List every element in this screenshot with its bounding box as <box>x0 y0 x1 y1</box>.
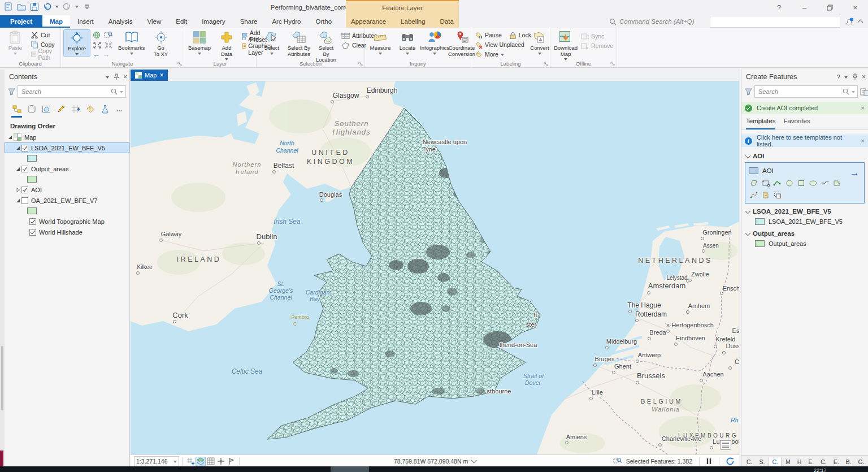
search-options-icon[interactable] <box>120 91 123 93</box>
more-labeling-button[interactable]: More <box>474 50 526 59</box>
expander-icon[interactable] <box>15 145 21 151</box>
snapping-icon[interactable] <box>69 102 82 116</box>
select-by-attributes-button[interactable]: Select By Attributes <box>286 29 312 58</box>
layer-visibility-checkbox[interactable] <box>29 218 36 225</box>
ribbon-tab-view[interactable]: View <box>140 15 169 28</box>
tool-circle-icon[interactable] <box>784 178 794 188</box>
tool-bounding-rectangle-icon[interactable] <box>761 178 770 188</box>
layer-symbol-swatch[interactable] <box>5 153 129 163</box>
offline-launcher-icon[interactable] <box>610 62 615 66</box>
cf-search-input[interactable] <box>757 88 840 96</box>
tool-rectangle-icon[interactable] <box>796 178 806 188</box>
ribbon-tab-project[interactable]: Project <box>0 15 42 28</box>
dock-tab-5[interactable]: E. <box>805 457 817 466</box>
navigate-launcher-icon[interactable] <box>177 62 182 66</box>
north-flag-icon[interactable]: N <box>226 457 236 466</box>
dock-tab-9[interactable]: G. <box>856 457 867 466</box>
help-button[interactable]: ? <box>766 0 792 15</box>
help-icon[interactable]: ? <box>837 70 840 84</box>
ribbon-tab-data[interactable]: Data <box>433 15 461 28</box>
notifications-bell-icon[interactable] <box>845 18 854 26</box>
layer-item-oa-2021-ew-bfe-v7[interactable]: OA_2021_EW_BFE_V7 <box>5 195 129 206</box>
layer-visibility-checkbox[interactable] <box>29 229 36 236</box>
ribbon-tab-ortho[interactable]: Ortho <box>309 15 340 28</box>
tool-line-icon[interactable] <box>772 178 782 188</box>
undo-dropdown-icon[interactable] <box>55 6 59 8</box>
ribbon-tab-arc-hydro[interactable]: Arc Hydro <box>264 15 308 28</box>
tool-freehand-icon[interactable] <box>820 178 830 188</box>
dock-tab-6[interactable]: C. <box>818 457 830 466</box>
layer-item-map[interactable]: Map <box>5 132 129 142</box>
layer-visibility-checkbox[interactable] <box>21 145 28 151</box>
symbology-icon[interactable] <box>98 102 111 116</box>
editing-icon[interactable] <box>54 102 67 116</box>
dock-tab-3[interactable]: M <box>783 457 793 466</box>
full-extent-button[interactable] <box>92 31 115 40</box>
filter-icon[interactable] <box>8 88 15 96</box>
activate-template-arrow-icon[interactable]: → <box>850 167 860 179</box>
drawing-order-icon[interactable] <box>10 102 23 116</box>
new-project-icon[interactable] <box>3 2 13 11</box>
contents-search-box[interactable] <box>18 85 126 98</box>
cf-search-box[interactable] <box>754 85 858 98</box>
coordinate-readout[interactable]: 78,759.81W 572,090.48N m <box>394 458 476 465</box>
layer-item-output-areas[interactable]: Output_areas <box>5 163 129 174</box>
ribbon-tab-appearance[interactable]: Appearance <box>344 15 393 28</box>
ribbon-tab-map[interactable]: Map <box>42 15 70 28</box>
dock-tab-2[interactable]: C. <box>769 457 782 466</box>
dock-tab-4[interactable]: H <box>795 457 805 466</box>
explore-button[interactable]: Explore <box>63 29 90 57</box>
minimize-button[interactable]: – <box>792 0 817 15</box>
dock-tab-0[interactable]: C. <box>744 457 756 466</box>
template-item-output-areas[interactable]: Output_areas <box>741 239 868 249</box>
dismiss-banner-icon[interactable]: × <box>861 105 865 111</box>
measure-button[interactable]: Measure <box>367 29 393 55</box>
sync-button[interactable]: Sync <box>580 32 614 41</box>
map-view-tab[interactable]: Map × <box>131 70 168 81</box>
redo-dropdown-icon[interactable] <box>75 6 79 8</box>
restore-button[interactable] <box>817 0 843 15</box>
template-group-output-areas[interactable]: Output_areas <box>741 227 868 239</box>
refresh-icon[interactable] <box>726 457 735 465</box>
add-grid-icon[interactable] <box>185 457 196 466</box>
info-banner[interactable]: i Click here to see templates not listed… <box>741 135 868 147</box>
gutter-scrollbar[interactable] <box>1 346 3 410</box>
map-canvas[interactable]: GlasgowEdinburghBelfastNewcastle uponTyn… <box>131 81 739 454</box>
add-data-button[interactable]: Add Data <box>214 29 240 61</box>
ribbon-tab-share[interactable]: Share <box>233 15 265 28</box>
template-group-lsoa-2021-ew-bfe-v5[interactable]: LSOA_2021_EW_BFE_V5 <box>741 205 868 216</box>
redo-icon[interactable] <box>62 2 72 11</box>
contents-search-input[interactable] <box>20 88 108 96</box>
data-source-icon[interactable] <box>25 102 38 116</box>
filter-icon[interactable] <box>745 88 752 96</box>
taskbar-active-app[interactable] <box>331 466 369 472</box>
remove-map-button[interactable]: Remove <box>580 41 614 50</box>
expander-icon[interactable] <box>15 198 21 203</box>
tool-ellipse-icon[interactable] <box>808 178 818 188</box>
snap-layers-icon[interactable] <box>196 457 206 466</box>
cf-tab-templates[interactable]: Templates <box>746 118 775 129</box>
dock-tab-1[interactable]: S. <box>757 457 768 466</box>
template-item-lsoa-2021-ew-bfe-v5[interactable]: LSOA_2021_EW_BFE_V5 <box>741 216 868 227</box>
pause-drawing-icon[interactable] <box>706 458 712 465</box>
expander-icon[interactable] <box>7 135 14 140</box>
collapse-ribbon-icon[interactable] <box>858 20 863 25</box>
basemap-button[interactable]: Basemap <box>186 29 212 55</box>
map-notification-icon[interactable] <box>720 440 731 450</box>
convert-labels-button[interactable]: A Convert <box>527 29 553 55</box>
windows-taskbar[interactable]: 22:17 <box>0 466 868 472</box>
bookmarks-button[interactable]: Bookmarks <box>116 29 147 55</box>
open-project-icon[interactable] <box>16 2 26 11</box>
cut-button[interactable]: Cut <box>29 31 58 40</box>
cf-tab-favorites[interactable]: Favorites <box>783 118 810 129</box>
tool-polygon-icon[interactable] <box>749 178 758 188</box>
select-by-location-button[interactable]: Select By Location <box>313 29 339 64</box>
close-panel-icon[interactable]: × <box>123 70 127 84</box>
labeling-launcher-icon[interactable] <box>544 62 548 66</box>
selection-launcher-icon[interactable] <box>358 62 363 66</box>
template-card-aoi[interactable]: AOI→ <box>745 162 865 203</box>
grid-icon[interactable] <box>206 457 216 466</box>
pin-icon[interactable] <box>852 73 858 80</box>
go-to-xy-button[interactable]: Go To XY <box>148 29 174 58</box>
select-button[interactable]: Select <box>259 29 285 55</box>
